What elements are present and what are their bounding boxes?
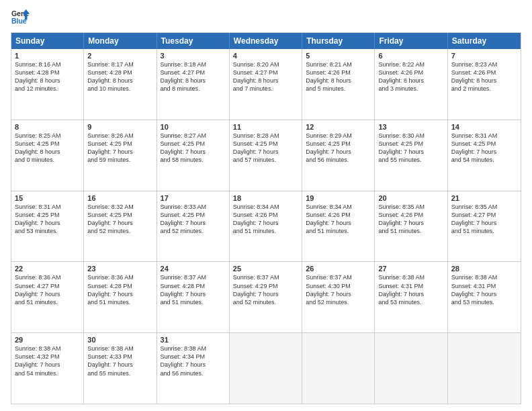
calendar-cell: 22Sunrise: 8:36 AM Sunset: 4:27 PM Dayli…	[11, 262, 84, 332]
day-number: 17	[161, 194, 226, 202]
calendar-row: 22Sunrise: 8:36 AM Sunset: 4:27 PM Dayli…	[11, 261, 521, 332]
calendar-cell	[375, 333, 447, 404]
calendar-body: 1Sunrise: 8:16 AM Sunset: 4:28 PM Daylig…	[11, 49, 521, 404]
calendar-cell: 31Sunrise: 8:38 AM Sunset: 4:34 PM Dayli…	[157, 333, 230, 404]
calendar-cell: 5Sunrise: 8:21 AM Sunset: 4:26 PM Daylig…	[302, 49, 375, 120]
cell-info: Sunrise: 8:38 AM Sunset: 4:32 PM Dayligh…	[15, 345, 80, 377]
cell-info: Sunrise: 8:28 AM Sunset: 4:25 PM Dayligh…	[233, 132, 298, 165]
cell-info: Sunrise: 8:37 AM Sunset: 4:28 PM Dayligh…	[161, 273, 226, 306]
cell-info: Sunrise: 8:16 AM Sunset: 4:28 PM Dayligh…	[15, 60, 80, 93]
calendar-cell: 25Sunrise: 8:37 AM Sunset: 4:29 PM Dayli…	[230, 262, 302, 332]
calendar-cell: 17Sunrise: 8:33 AM Sunset: 4:25 PM Dayli…	[157, 191, 230, 262]
day-number: 10	[161, 123, 226, 131]
cell-info: Sunrise: 8:38 AM Sunset: 4:31 PM Dayligh…	[451, 273, 517, 306]
calendar-cell: 10Sunrise: 8:27 AM Sunset: 4:25 PM Dayli…	[157, 120, 230, 191]
cell-info: Sunrise: 8:30 AM Sunset: 4:25 PM Dayligh…	[378, 132, 443, 165]
calendar-cell	[230, 333, 302, 404]
calendar-cell: 4Sunrise: 8:20 AM Sunset: 4:27 PM Daylig…	[230, 49, 302, 120]
calendar-row: 15Sunrise: 8:31 AM Sunset: 4:25 PM Dayli…	[11, 191, 521, 262]
day-number: 25	[233, 265, 298, 273]
calendar-row: 29Sunrise: 8:38 AM Sunset: 4:32 PM Dayli…	[11, 332, 521, 404]
cell-info: Sunrise: 8:36 AM Sunset: 4:27 PM Dayligh…	[15, 273, 80, 306]
day-number: 5	[306, 52, 371, 60]
day-number: 23	[87, 265, 152, 273]
day-number: 19	[306, 194, 371, 202]
day-number: 9	[87, 123, 152, 131]
calendar-cell: 20Sunrise: 8:35 AM Sunset: 4:26 PM Dayli…	[375, 191, 447, 262]
calendar-cell: 2Sunrise: 8:17 AM Sunset: 4:28 PM Daylig…	[84, 49, 157, 120]
cell-info: Sunrise: 8:34 AM Sunset: 4:26 PM Dayligh…	[306, 203, 371, 236]
day-number: 1	[15, 52, 80, 60]
day-number: 26	[306, 265, 371, 273]
calendar-cell: 26Sunrise: 8:37 AM Sunset: 4:30 PM Dayli…	[302, 262, 375, 332]
cell-info: Sunrise: 8:35 AM Sunset: 4:26 PM Dayligh…	[378, 203, 443, 236]
calendar-row: 1Sunrise: 8:16 AM Sunset: 4:28 PM Daylig…	[11, 49, 521, 120]
day-number: 3	[161, 52, 226, 60]
header-day: Friday	[375, 33, 447, 49]
header: General Blue	[11, 8, 521, 27]
svg-text:Blue: Blue	[11, 17, 27, 25]
cell-info: Sunrise: 8:26 AM Sunset: 4:25 PM Dayligh…	[87, 132, 152, 165]
cell-info: Sunrise: 8:25 AM Sunset: 4:25 PM Dayligh…	[15, 132, 80, 165]
header-day: Monday	[84, 33, 157, 49]
cell-info: Sunrise: 8:23 AM Sunset: 4:26 PM Dayligh…	[451, 60, 517, 93]
day-number: 11	[233, 123, 298, 131]
cell-info: Sunrise: 8:18 AM Sunset: 4:27 PM Dayligh…	[161, 60, 226, 93]
day-number: 15	[15, 194, 80, 202]
day-number: 14	[451, 123, 517, 131]
calendar-header: SundayMondayTuesdayWednesdayThursdayFrid…	[11, 33, 521, 49]
calendar-cell: 29Sunrise: 8:38 AM Sunset: 4:32 PM Dayli…	[11, 333, 84, 404]
calendar-cell: 14Sunrise: 8:31 AM Sunset: 4:25 PM Dayli…	[448, 120, 521, 191]
cell-info: Sunrise: 8:27 AM Sunset: 4:25 PM Dayligh…	[161, 132, 226, 165]
day-number: 27	[378, 265, 443, 273]
cell-info: Sunrise: 8:29 AM Sunset: 4:25 PM Dayligh…	[306, 132, 371, 165]
header-day: Tuesday	[157, 33, 230, 49]
cell-info: Sunrise: 8:31 AM Sunset: 4:25 PM Dayligh…	[15, 203, 80, 236]
day-number: 2	[87, 52, 152, 60]
cell-info: Sunrise: 8:31 AM Sunset: 4:25 PM Dayligh…	[451, 132, 517, 165]
cell-info: Sunrise: 8:22 AM Sunset: 4:26 PM Dayligh…	[378, 60, 443, 93]
logo-icon: General Blue	[11, 8, 30, 27]
cell-info: Sunrise: 8:38 AM Sunset: 4:34 PM Dayligh…	[161, 345, 226, 377]
day-number: 28	[451, 265, 517, 273]
cell-info: Sunrise: 8:35 AM Sunset: 4:27 PM Dayligh…	[451, 203, 517, 236]
cell-info: Sunrise: 8:38 AM Sunset: 4:33 PM Dayligh…	[87, 345, 152, 377]
calendar-cell: 28Sunrise: 8:38 AM Sunset: 4:31 PM Dayli…	[448, 262, 521, 332]
calendar-cell: 7Sunrise: 8:23 AM Sunset: 4:26 PM Daylig…	[448, 49, 521, 120]
page: General Blue SundayMondayTuesdayWednesda…	[0, 0, 532, 411]
cell-info: Sunrise: 8:20 AM Sunset: 4:27 PM Dayligh…	[233, 60, 298, 93]
header-day: Saturday	[448, 33, 521, 49]
cell-info: Sunrise: 8:37 AM Sunset: 4:30 PM Dayligh…	[306, 273, 371, 306]
cell-info: Sunrise: 8:38 AM Sunset: 4:31 PM Dayligh…	[378, 273, 443, 306]
calendar-cell: 1Sunrise: 8:16 AM Sunset: 4:28 PM Daylig…	[11, 49, 84, 120]
day-number: 31	[161, 336, 226, 344]
day-number: 4	[233, 52, 298, 60]
cell-info: Sunrise: 8:34 AM Sunset: 4:26 PM Dayligh…	[233, 203, 298, 236]
calendar-cell: 13Sunrise: 8:30 AM Sunset: 4:25 PM Dayli…	[375, 120, 447, 191]
cell-info: Sunrise: 8:21 AM Sunset: 4:26 PM Dayligh…	[306, 60, 371, 93]
calendar-cell: 27Sunrise: 8:38 AM Sunset: 4:31 PM Dayli…	[375, 262, 447, 332]
day-number: 20	[378, 194, 443, 202]
calendar-cell: 12Sunrise: 8:29 AM Sunset: 4:25 PM Dayli…	[302, 120, 375, 191]
calendar-cell: 30Sunrise: 8:38 AM Sunset: 4:33 PM Dayli…	[84, 333, 157, 404]
day-number: 18	[233, 194, 298, 202]
calendar-cell: 16Sunrise: 8:32 AM Sunset: 4:25 PM Dayli…	[84, 191, 157, 262]
calendar-cell: 3Sunrise: 8:18 AM Sunset: 4:27 PM Daylig…	[157, 49, 230, 120]
cell-info: Sunrise: 8:32 AM Sunset: 4:25 PM Dayligh…	[87, 203, 152, 236]
calendar-cell: 21Sunrise: 8:35 AM Sunset: 4:27 PM Dayli…	[448, 191, 521, 262]
day-number: 29	[15, 336, 80, 344]
calendar-cell: 19Sunrise: 8:34 AM Sunset: 4:26 PM Dayli…	[302, 191, 375, 262]
day-number: 6	[378, 52, 443, 60]
day-number: 30	[87, 336, 152, 344]
day-number: 22	[15, 265, 80, 273]
header-day: Sunday	[11, 33, 84, 49]
header-day: Wednesday	[230, 33, 302, 49]
calendar-cell	[448, 333, 521, 404]
calendar-cell: 24Sunrise: 8:37 AM Sunset: 4:28 PM Dayli…	[157, 262, 230, 332]
calendar-cell: 23Sunrise: 8:36 AM Sunset: 4:28 PM Dayli…	[84, 262, 157, 332]
calendar-cell: 6Sunrise: 8:22 AM Sunset: 4:26 PM Daylig…	[375, 49, 447, 120]
day-number: 13	[378, 123, 443, 131]
logo: General Blue	[11, 8, 30, 27]
cell-info: Sunrise: 8:33 AM Sunset: 4:25 PM Dayligh…	[161, 203, 226, 236]
cell-info: Sunrise: 8:37 AM Sunset: 4:29 PM Dayligh…	[233, 273, 298, 306]
